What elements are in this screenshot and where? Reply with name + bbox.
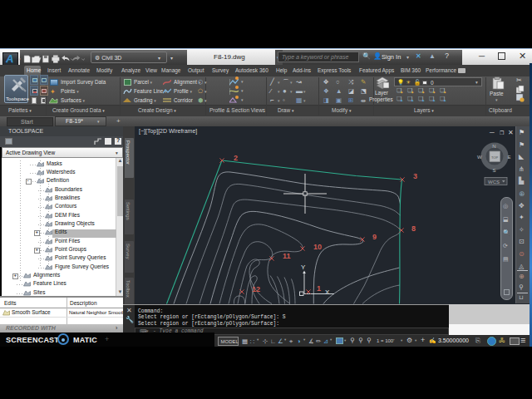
svg-text:11: 11	[283, 252, 291, 260]
svg-text:8: 8	[411, 224, 416, 233]
svg-text:Y: Y	[301, 264, 306, 271]
svg-text:TOP: TOP	[491, 155, 498, 160]
svg-text:X: X	[325, 288, 330, 296]
svg-text:9: 9	[372, 233, 377, 241]
svg-text:E: E	[508, 155, 511, 160]
svg-text:W: W	[477, 155, 482, 160]
svg-text:10: 10	[313, 243, 322, 251]
svg-text:WCS: WCS	[488, 180, 500, 185]
svg-text:1: 1	[317, 284, 321, 293]
svg-text:S: S	[493, 168, 496, 173]
svg-text:N: N	[492, 144, 495, 149]
svg-text:3: 3	[413, 172, 417, 180]
svg-text:12: 12	[252, 285, 260, 293]
svg-text:2: 2	[234, 154, 238, 162]
